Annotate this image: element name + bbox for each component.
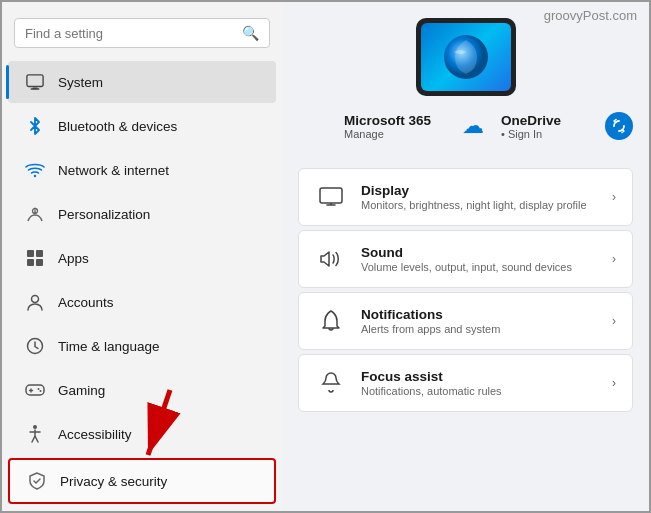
- onedrive-sub: • Sign In: [501, 128, 561, 140]
- settings-item-sound[interactable]: Sound Volume levels, output, input, soun…: [298, 230, 633, 288]
- gaming-icon: [24, 379, 46, 401]
- focus-desc: Notifications, automatic rules: [361, 385, 502, 397]
- windows-logo-device: [439, 30, 493, 84]
- search-icon: 🔍: [242, 25, 259, 41]
- ms365-name: Microsoft 365: [344, 113, 431, 128]
- nav-label-personalization: Personalization: [58, 207, 150, 222]
- svg-rect-5: [27, 250, 34, 257]
- nav-item-system[interactable]: System: [8, 61, 276, 103]
- settings-item-focus[interactable]: Focus assist Notifications, automatic ru…: [298, 354, 633, 412]
- nav-label-accessibility: Accessibility: [58, 427, 132, 442]
- svg-point-3: [34, 175, 36, 177]
- nav-label-time: Time & language: [58, 339, 160, 354]
- time-icon: [24, 335, 46, 357]
- svg-rect-6: [36, 250, 43, 257]
- focus-icon: [315, 367, 347, 399]
- device-frame: [416, 18, 516, 96]
- display-desc: Monitors, brightness, night light, displ…: [361, 199, 587, 211]
- profile-section: Microsoft 365 Manage ☁ OneDrive • Sign I…: [298, 18, 633, 144]
- watermark-text: groovyPost.com: [544, 8, 637, 23]
- personalization-icon: [24, 203, 46, 225]
- sound-icon: [315, 243, 347, 275]
- ms365-icon: [306, 112, 334, 140]
- display-text: Display Monitors, brightness, night ligh…: [361, 183, 587, 211]
- network-icon: [24, 159, 46, 181]
- nav-item-time[interactable]: Time & language: [8, 325, 276, 367]
- settings-window: 🔍 System Bluetooth & devices Network & i…: [0, 0, 651, 513]
- apps-row: Microsoft 365 Manage ☁ OneDrive • Sign I…: [298, 108, 633, 144]
- device-screen: [421, 23, 511, 91]
- onedrive-info: OneDrive • Sign In: [501, 113, 561, 140]
- svg-point-14: [33, 425, 37, 429]
- nav-item-privacy[interactable]: Privacy & security: [8, 458, 276, 504]
- svg-point-9: [32, 296, 39, 303]
- nav-item-bluetooth[interactable]: Bluetooth & devices: [8, 105, 276, 147]
- nav-label-accounts: Accounts: [58, 295, 114, 310]
- ms365-sub: Manage: [344, 128, 431, 140]
- notifications-desc: Alerts from apps and system: [361, 323, 500, 335]
- focus-title: Focus assist: [361, 369, 502, 384]
- notifications-title: Notifications: [361, 307, 500, 322]
- notifications-text: Notifications Alerts from apps and syste…: [361, 307, 500, 335]
- system-icon: [24, 71, 46, 93]
- nav-item-accounts[interactable]: Accounts: [8, 281, 276, 323]
- display-title: Display: [361, 183, 587, 198]
- sound-desc: Volume levels, output, input, sound devi…: [361, 261, 572, 273]
- nav-item-personalization[interactable]: Personalization: [8, 193, 276, 235]
- search-box[interactable]: 🔍: [14, 18, 270, 48]
- privacy-icon: [26, 470, 48, 492]
- sound-chevron: ›: [612, 252, 616, 266]
- refresh-button[interactable]: [605, 112, 633, 140]
- settings-item-notifications[interactable]: Notifications Alerts from apps and syste…: [298, 292, 633, 350]
- bluetooth-icon: [24, 115, 46, 137]
- settings-item-display[interactable]: Display Monitors, brightness, night ligh…: [298, 168, 633, 226]
- svg-rect-2: [31, 88, 40, 89]
- svg-point-12: [38, 388, 40, 390]
- svg-rect-8: [36, 259, 43, 266]
- onedrive-icon: ☁: [455, 108, 491, 144]
- svg-rect-11: [26, 385, 44, 395]
- accessibility-icon: [24, 423, 46, 445]
- notifications-chevron: ›: [612, 314, 616, 328]
- ms365-app-item[interactable]: Microsoft 365 Manage: [306, 112, 431, 140]
- nav-label-bluetooth: Bluetooth & devices: [58, 119, 177, 134]
- nav-label-system: System: [58, 75, 103, 90]
- apps-icon: [24, 247, 46, 269]
- display-chevron: ›: [612, 190, 616, 204]
- nav-label-privacy: Privacy & security: [60, 474, 167, 489]
- focus-text: Focus assist Notifications, automatic ru…: [361, 369, 502, 397]
- onedrive-app-item[interactable]: ☁ OneDrive • Sign In: [455, 108, 561, 144]
- search-input[interactable]: [25, 26, 242, 41]
- svg-point-13: [40, 390, 42, 392]
- svg-rect-7: [27, 259, 34, 266]
- sound-title: Sound: [361, 245, 572, 260]
- nav-item-update[interactable]: Windows Update: [8, 507, 276, 513]
- nav-item-gaming[interactable]: Gaming: [8, 369, 276, 411]
- sound-text: Sound Volume levels, output, input, soun…: [361, 245, 572, 273]
- focus-chevron: ›: [612, 376, 616, 390]
- accounts-icon: [24, 291, 46, 313]
- nav-item-accessibility[interactable]: Accessibility: [8, 413, 276, 455]
- ms365-info: Microsoft 365 Manage: [344, 113, 431, 140]
- onedrive-name: OneDrive: [501, 113, 561, 128]
- svg-rect-0: [27, 75, 43, 87]
- svg-rect-17: [320, 188, 342, 203]
- sidebar: 🔍 System Bluetooth & devices Network & i…: [2, 2, 282, 511]
- nav-label-gaming: Gaming: [58, 383, 105, 398]
- notifications-icon: [315, 305, 347, 337]
- nav-item-network[interactable]: Network & internet: [8, 149, 276, 191]
- nav-item-apps[interactable]: Apps: [8, 237, 276, 279]
- nav-label-apps: Apps: [58, 251, 89, 266]
- main-content: groovyPost.com: [282, 2, 649, 511]
- display-icon: [315, 181, 347, 213]
- nav-label-network: Network & internet: [58, 163, 169, 178]
- settings-list: Display Monitors, brightness, night ligh…: [298, 168, 633, 412]
